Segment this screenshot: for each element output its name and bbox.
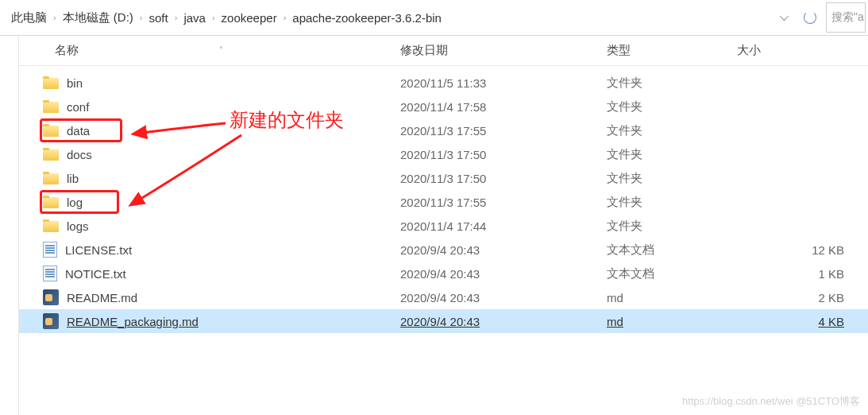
file-name-cell: README.md: [19, 289, 368, 305]
file-name-text: log: [67, 196, 83, 209]
file-name-cell: data: [19, 124, 368, 138]
file-name-text: logs: [67, 219, 89, 233]
column-header-size[interactable]: 大小: [734, 43, 868, 58]
file-modified: 2020/9/4 20:43: [368, 243, 575, 257]
file-type: 文件夹: [575, 99, 734, 114]
chevron-right-icon: ›: [282, 13, 288, 22]
folder-icon: [43, 100, 59, 113]
crumb-drive[interactable]: 本地磁盘 (D:): [58, 8, 138, 28]
column-header-row: 名称 ˄ 修改日期 类型 大小: [19, 36, 868, 66]
history-dropdown-icon[interactable]: [780, 12, 789, 21]
file-size: 12 KB: [734, 243, 868, 257]
folder-icon: [43, 76, 59, 89]
file-row[interactable]: logs2020/11/4 17:44文件夹: [19, 214, 868, 238]
column-header-name[interactable]: 名称 ˄: [19, 43, 368, 58]
folder-icon: [43, 196, 59, 208]
file-type: 文本文档: [575, 266, 734, 281]
file-modified: 2020/9/4 20:43: [368, 291, 575, 304]
file-modified: 2020/11/5 11:33: [368, 76, 575, 90]
search-placeholder: 搜索"a: [831, 10, 864, 25]
file-list: 名称 ˄ 修改日期 类型 大小 bin2020/11/5 11:33文件夹con…: [19, 36, 868, 415]
file-name-text: docs: [67, 148, 92, 161]
crumb-root[interactable]: 此电脑: [6, 8, 52, 28]
chevron-right-icon: ›: [138, 13, 145, 22]
file-modified: 2020/11/3 17:55: [368, 124, 575, 138]
search-input[interactable]: 搜索"a: [826, 2, 866, 33]
file-name-text: conf: [67, 100, 89, 114]
file-modified: 2020/9/4 20:43: [368, 315, 575, 328]
file-modified: 2020/11/4 17:44: [368, 219, 575, 233]
file-modified: 2020/11/3 17:50: [368, 148, 575, 161]
file-row[interactable]: conf2020/11/4 17:58文件夹: [19, 95, 868, 118]
txt-icon: [43, 266, 57, 281]
folder-icon: [43, 124, 59, 137]
file-row[interactable]: docs2020/11/3 17:50文件夹: [19, 142, 868, 166]
file-name-cell: log: [19, 196, 368, 209]
refresh-icon[interactable]: [804, 11, 816, 24]
file-name-cell: README_packaging.md: [19, 313, 368, 329]
file-modified: 2020/11/4 17:58: [368, 100, 575, 114]
file-modified: 2020/11/3 17:55: [368, 196, 575, 209]
folder-icon: [43, 219, 59, 232]
folder-icon: [43, 172, 59, 184]
file-name-text: LICENSE.txt: [65, 243, 132, 257]
crumb-folder[interactable]: zookeeper: [217, 9, 282, 27]
sort-indicator-icon: ˄: [219, 45, 223, 54]
file-name-cell: NOTICE.txt: [19, 266, 368, 281]
file-name-cell: bin: [19, 76, 368, 90]
file-row[interactable]: lib2020/11/3 17:50文件夹: [19, 166, 868, 190]
file-row[interactable]: README_packaging.md2020/9/4 20:43md4 KB: [19, 309, 868, 333]
file-row[interactable]: NOTICE.txt2020/9/4 20:43文本文档1 KB: [19, 262, 868, 285]
file-name-text: README_packaging.md: [67, 315, 199, 328]
file-type: md: [575, 291, 734, 304]
file-type: 文本文档: [575, 242, 734, 258]
file-name-cell: docs: [19, 148, 368, 161]
chevron-right-icon: ›: [52, 13, 58, 22]
breadcrumb[interactable]: 此电脑 › 本地磁盘 (D:) › soft › java › zookeepe…: [2, 2, 823, 33]
file-type: 文件夹: [575, 171, 734, 186]
file-name-text: NOTICE.txt: [65, 267, 126, 281]
file-rows: bin2020/11/5 11:33文件夹conf2020/11/4 17:58…: [19, 66, 868, 333]
md-icon: [43, 289, 59, 305]
column-header-modified[interactable]: 修改日期: [368, 43, 575, 58]
file-type: 文件夹: [575, 195, 734, 210]
file-name-cell: lib: [19, 172, 368, 185]
file-row[interactable]: bin2020/11/5 11:33文件夹: [19, 71, 868, 95]
crumb-current[interactable]: apache-zookeeper-3.6.2-bin: [287, 9, 446, 27]
chevron-right-icon: ›: [173, 13, 179, 22]
file-type: 文件夹: [575, 219, 734, 234]
txt-icon: [43, 242, 57, 258]
file-name-text: lib: [67, 172, 79, 185]
md-icon: [43, 313, 59, 329]
folder-icon: [43, 148, 59, 161]
crumb-folder[interactable]: soft: [145, 9, 173, 27]
file-row[interactable]: LICENSE.txt2020/9/4 20:43文本文档12 KB: [19, 238, 868, 262]
content-area: 名称 ˄ 修改日期 类型 大小 bin2020/11/5 11:33文件夹con…: [0, 36, 868, 415]
file-type: 文件夹: [575, 123, 734, 138]
file-modified: 2020/9/4 20:43: [368, 267, 575, 281]
file-type: 文件夹: [575, 76, 734, 91]
chevron-right-icon: ›: [210, 13, 217, 22]
file-name-cell: LICENSE.txt: [19, 242, 368, 258]
file-row[interactable]: data2020/11/3 17:55文件夹: [19, 118, 868, 142]
nav-sidebar: [0, 36, 19, 415]
file-type: md: [575, 315, 734, 328]
file-name-text: README.md: [67, 291, 137, 304]
file-size: 2 KB: [734, 291, 868, 304]
file-row[interactable]: log2020/11/3 17:55文件夹: [19, 190, 868, 214]
crumb-folder[interactable]: java: [179, 9, 210, 27]
file-size: 1 KB: [734, 267, 868, 281]
file-name-text: data: [67, 124, 90, 138]
file-name-text: bin: [67, 76, 83, 90]
column-header-type[interactable]: 类型: [575, 43, 734, 58]
address-bar: 此电脑 › 本地磁盘 (D:) › soft › java › zookeepe…: [0, 0, 868, 36]
file-size: 4 KB: [734, 315, 868, 328]
file-row[interactable]: README.md2020/9/4 20:43md2 KB: [19, 285, 868, 309]
file-type: 文件夹: [575, 147, 734, 162]
file-modified: 2020/11/3 17:50: [368, 172, 575, 185]
file-name-cell: logs: [19, 219, 368, 233]
file-name-cell: conf: [19, 100, 368, 114]
